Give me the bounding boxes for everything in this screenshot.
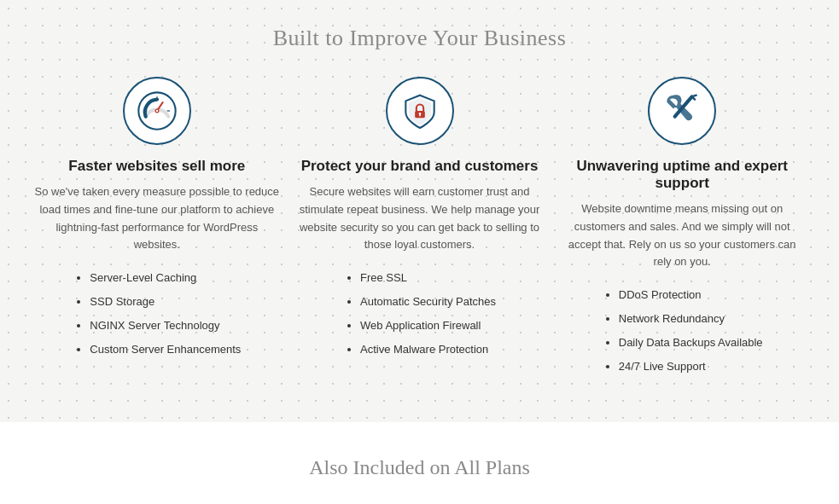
list-item: Server-Level Caching <box>90 267 241 289</box>
support-desc: Website downtime means missing out on cu… <box>559 200 805 271</box>
bottom-section: Also Included on All Plans ✓ Easy SEO Pl… <box>0 422 839 504</box>
speedometer-icon <box>136 90 178 132</box>
security-list: Free SSL Automatic Security Patches Web … <box>343 267 496 362</box>
list-item: Web Application Firewall <box>360 315 496 337</box>
also-title: Also Included on All Plans <box>51 456 788 479</box>
security-desc: Secure websites will earn customer trust… <box>297 183 543 254</box>
shield-icon <box>399 90 441 132</box>
svg-line-13 <box>692 96 695 99</box>
security-icon-circle <box>386 77 454 145</box>
features-columns: Faster websites sell more So we've taken… <box>34 77 805 379</box>
speed-heading: Faster websites sell more <box>68 158 245 175</box>
support-icon-circle <box>648 77 716 145</box>
security-column: Protect your brand and customers Secure … <box>297 77 543 379</box>
speed-list: Server-Level Caching SSD Storage NGINX S… <box>73 267 241 362</box>
list-item: Active Malware Protection <box>360 339 496 361</box>
support-column: Unwavering uptime and expert support Web… <box>559 77 805 379</box>
list-item: SSD Storage <box>90 291 241 313</box>
speed-column: Faster websites sell more So we've taken… <box>34 77 280 379</box>
list-item: Network Redundancy <box>619 308 763 330</box>
support-list: DDoS Protection Network Redundancy Daily… <box>602 284 763 379</box>
speed-desc: So we've taken every measure possible to… <box>34 183 280 254</box>
list-item: Free SSL <box>360 267 496 289</box>
svg-rect-10 <box>419 114 421 117</box>
speed-icon-circle <box>123 77 191 145</box>
main-title: Built to Improve Your Business <box>34 26 805 51</box>
security-heading: Protect your brand and customers <box>301 158 539 175</box>
support-heading: Unwavering uptime and expert support <box>559 158 805 192</box>
list-item: NGINX Server Technology <box>90 315 241 337</box>
list-item: Automatic Security Patches <box>360 291 496 313</box>
list-item: 24/7 Live Support <box>619 356 763 378</box>
list-item: Custom Server Enhancements <box>90 339 241 361</box>
tools-icon <box>661 90 703 132</box>
list-item: Daily Data Backups Available <box>619 332 763 354</box>
svg-point-7 <box>156 110 159 113</box>
list-item: DDoS Protection <box>619 284 763 306</box>
top-section: Built to Improve Your Business <box>0 0 839 422</box>
